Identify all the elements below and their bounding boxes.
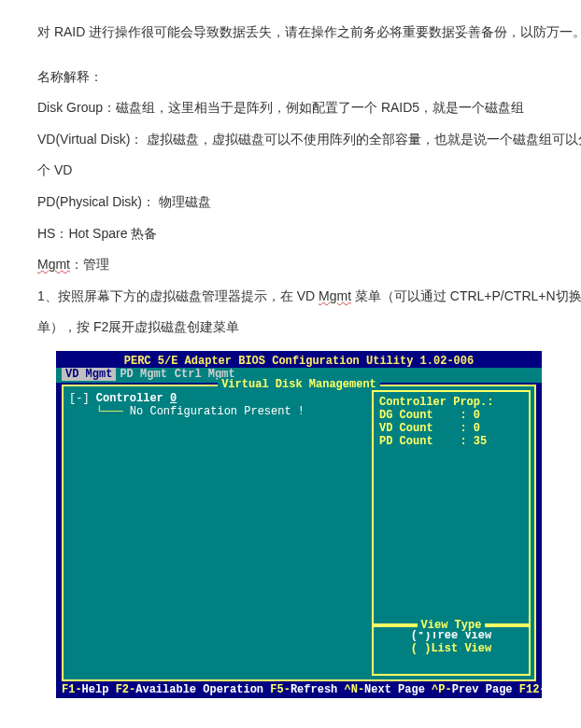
f12-key: F12- (519, 683, 542, 696)
underline-mgmt-2: Mgmt (319, 288, 351, 303)
paragraph-diskgroup: Disk Group：磁盘组，这里相当于是阵列，例如配置了一个 RAID5，就是… (37, 92, 581, 124)
cn-next: Next Page (364, 683, 432, 696)
cn-key: ^N- (344, 683, 364, 696)
panel-header: Controller Prop.: (379, 396, 523, 409)
tree-no-config: └─── No Configuration Present ! (69, 405, 366, 418)
bios-screenshot: PERC 5/E Adapter BIOS Configuration Util… (56, 351, 542, 698)
step1-pre: 1、按照屏幕下方的虚拟磁盘管理器提示，在 VD (37, 288, 319, 303)
paragraph-vd: VD(Virtual Disk)： 虚拟磁盘，虚拟磁盘可以不使用阵列的全部容量，… (37, 124, 581, 187)
cp-key: ^P- (432, 683, 452, 696)
f1-help: Help (82, 683, 116, 696)
bios-title: PERC 5/E Adapter BIOS Configuration Util… (56, 351, 542, 368)
view-type-list-option[interactable]: ( )List View (374, 642, 529, 655)
panel-dg-count: DG Count : 0 (379, 409, 523, 422)
tree-controller-label: Controller (96, 392, 170, 405)
f5-refresh: Refresh (290, 683, 345, 696)
paragraph-heading: 名称解释： (37, 62, 581, 93)
bios-footer: F1-Help F2-Available Operation F5-Refres… (62, 683, 536, 696)
bios-body-title: Virtual Disk Management (64, 378, 534, 391)
mgmt-rest: ：管理 (70, 257, 109, 272)
f2-ops: Available Operation (135, 683, 270, 696)
tree-branch-icon: └─── (96, 405, 130, 418)
tree-controller-row[interactable]: [-] Controller 0 (69, 392, 366, 405)
cp-prev: Prev Page (452, 683, 519, 696)
paragraph-pd: PD(Physical Disk)： 物理磁盘 (37, 187, 581, 218)
f1-key: F1- (62, 683, 82, 696)
f5-key: F5- (270, 683, 290, 696)
tree-controller-num: 0 (170, 392, 177, 405)
controller-prop-panel: Controller Prop.: DG Count : 0 VD Count … (372, 390, 531, 625)
tree-toggle-icon[interactable]: [-] (69, 392, 96, 405)
f2-key: F2- (116, 683, 136, 696)
paragraph-warning: 对 RAID 进行操作很可能会导致数据丢失，请在操作之前务必将重要数据妥善备份，… (37, 17, 581, 49)
tree-view: [-] Controller 0 └─── No Configuration P… (69, 392, 366, 418)
view-type-box: View Type (*)Tree View ( )List View (372, 625, 531, 676)
view-type-label: View Type (374, 619, 529, 632)
paragraph-hs: HS：Hot Spare 热备 (37, 218, 581, 250)
paragraph-mgmt: Mgmt：管理 (37, 249, 581, 281)
underline-mgmt: Mgmt (37, 257, 70, 272)
panel-pd-count: PD Count : 35 (379, 435, 523, 448)
bios-body: Virtual Disk Management [-] Controller 0… (62, 385, 536, 681)
paragraph-step1: 1、按照屏幕下方的虚拟磁盘管理器提示，在 VD Mgmt 菜单（可以通过 CTR… (37, 281, 581, 343)
panel-vd-count: VD Count : 0 (379, 422, 523, 435)
